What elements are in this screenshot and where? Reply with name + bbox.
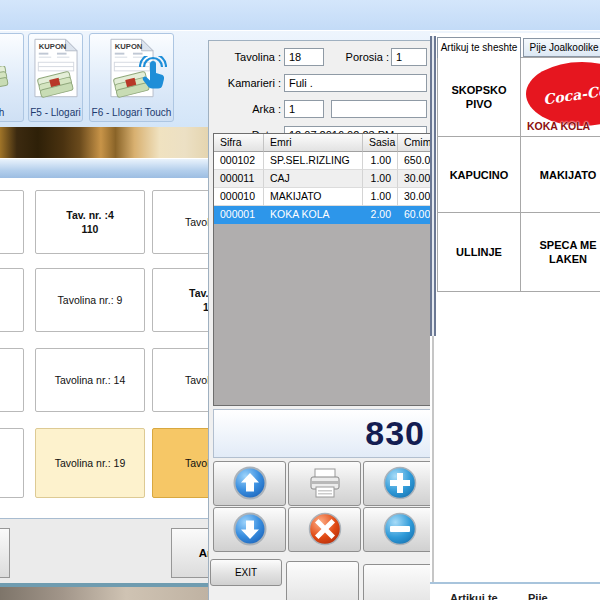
- column-header[interactable]: Cmimi: [398, 134, 432, 152]
- banner-blue-bar: [0, 158, 210, 178]
- bottom-texture: [0, 587, 210, 600]
- svg-text:KUPON: KUPON: [38, 42, 66, 51]
- money-stack-icon: [0, 66, 13, 96]
- cell-sifra: 000011: [214, 170, 264, 188]
- cell-cmimi: 30.00: [398, 188, 432, 206]
- toolbar-button-f6-llogari-touch[interactable]: KUPON F6 - Llogar: [89, 33, 174, 122]
- move-down-button[interactable]: [213, 507, 286, 552]
- items-table: Sifra Emri Sasia Cmimi 000102 SP.SEL.RIZ…: [213, 133, 432, 406]
- pos-window: Touch KUPON F5 - Llogar: [0, 0, 600, 600]
- cancel-icon: [307, 511, 343, 549]
- product-button-ullinje[interactable]: ULLINJE: [437, 212, 521, 292]
- table-button-label: Tavolina nr.: 19: [55, 456, 126, 470]
- tavolina-field[interactable]: 18: [284, 48, 324, 66]
- porosia-field[interactable]: 1: [391, 48, 427, 66]
- cell-emri: KOKA KOLA: [264, 206, 363, 224]
- cell-emri: CAJ: [264, 170, 363, 188]
- table-row[interactable]: 000011 CAJ 1.00 30.00: [214, 170, 432, 188]
- table-button-label: Tavolina nr.: 9: [58, 293, 123, 307]
- cell-sifra: 000010: [214, 188, 264, 206]
- banner-image: [0, 127, 210, 158]
- table-row[interactable]: 000010 MAKIJATO 1.00 30.00: [214, 188, 432, 206]
- product-button-speca-me-laken[interactable]: SPECA ME LAKEN: [520, 212, 600, 292]
- move-up-button[interactable]: [213, 461, 286, 506]
- svg-text:KUPON: KUPON: [114, 42, 142, 51]
- product-label: SPECA ME LAKEN: [523, 238, 600, 266]
- panel-splitter-lower: [432, 336, 434, 583]
- table-button-partial[interactable]: [0, 268, 24, 332]
- left-bottom-button-partial[interactable]: [0, 528, 10, 578]
- table-button-label: Tav.: [189, 286, 208, 300]
- table-button-partial[interactable]: [0, 190, 24, 254]
- arka-label: Arka :: [216, 103, 281, 115]
- touch-hand-icon: [139, 56, 167, 92]
- product-label: KOKA KOLA: [527, 119, 600, 133]
- cell-sasia: 2.00: [363, 206, 398, 224]
- toolbar-button-label: F6 - Llogari Touch: [90, 107, 173, 118]
- product-label: KAPUCINO: [450, 168, 509, 182]
- minus-icon: [382, 511, 418, 549]
- arka-field[interactable]: 1: [284, 100, 324, 118]
- cell-cmimi: 650.00: [398, 152, 432, 170]
- ribbon-top-band: [0, 0, 600, 30]
- total-display: 830: [213, 409, 432, 458]
- table-button-label: Tavol: [185, 215, 210, 229]
- table-row-selected[interactable]: 000001 KOKA KOLA 2.00 60.00: [214, 206, 432, 224]
- cell-sasia: 1.00: [363, 152, 398, 170]
- toolbar-button-label: Touch: [0, 107, 23, 118]
- table-button-label: Tavolina nr.: 14: [55, 373, 126, 387]
- table-button-tav-14[interactable]: Tavolina nr.: 14: [35, 348, 145, 412]
- exit-button-label: EXIT: [235, 567, 257, 578]
- bottom-partial-label: Artikuj te: [450, 592, 498, 600]
- tavolina-label: Tavolina :: [216, 51, 281, 63]
- add-item-button[interactable]: [363, 461, 432, 506]
- table-row[interactable]: 000102 SP.SEL.RIZLING 1.00 650.00: [214, 152, 432, 170]
- bottom-separator-line: [430, 582, 600, 584]
- toolbar-button-f5-llogari[interactable]: KUPON F5 - Llogari: [28, 33, 83, 122]
- remove-quantity-button[interactable]: [363, 507, 432, 552]
- tab-artikuj-te-sheshte[interactable]: Artikuj te sheshte: [437, 37, 521, 58]
- storno-button[interactable]: F11 - Storno Incizo: [286, 561, 359, 600]
- plus-icon: [382, 465, 418, 503]
- order-panel: Tavolina : 18 Porosia : 1 Kamarieri : Fu…: [208, 40, 432, 600]
- table-button-tav-4[interactable]: Tav. nr. :4 110: [35, 190, 145, 254]
- delete-item-button[interactable]: [288, 507, 361, 552]
- incizo-button[interactable]: F9 - Incizo: [363, 564, 432, 600]
- table-button-tav-9[interactable]: Tavolina nr.: 9: [35, 268, 145, 332]
- column-header[interactable]: Emri: [264, 134, 363, 152]
- cell-sifra: 000001: [214, 206, 264, 224]
- cell-emri: SP.SEL.RIZLING: [264, 152, 363, 170]
- cell-cmimi: 60.00: [398, 206, 432, 224]
- cell-sifra: 000102: [214, 152, 264, 170]
- print-button[interactable]: [288, 461, 361, 506]
- cell-sasia: 1.00: [363, 170, 398, 188]
- cell-emri: MAKIJATO: [264, 188, 363, 206]
- table-button-tav-19[interactable]: Tavolina nr.: 19: [35, 428, 145, 498]
- coca-cola-logo: Coca-Cola: [526, 62, 600, 126]
- column-header[interactable]: Sifra: [214, 134, 264, 152]
- toolbar-button-touch-partial[interactable]: Touch: [0, 33, 24, 122]
- arka-field-2[interactable]: [331, 100, 427, 118]
- table-button-label: Tav. nr. :4: [66, 208, 113, 222]
- product-button-makijato[interactable]: MAKIJATO: [520, 136, 600, 213]
- up-arrow-icon: [232, 465, 268, 503]
- product-button-skopsko-pivo[interactable]: SKOPSKO PIVO: [437, 57, 521, 137]
- table-button-partial[interactable]: [0, 348, 24, 412]
- cell-cmimi: 30.00: [398, 170, 432, 188]
- products-panel: Artikuj te sheshte Pije Joalkoolike SKOP…: [430, 33, 600, 600]
- product-button-koka-kola[interactable]: Coca-Cola KOKA KOLA: [520, 57, 600, 137]
- product-button-kapucino[interactable]: KAPUCINO: [437, 136, 521, 213]
- column-header[interactable]: Sasia: [363, 134, 398, 152]
- printer-icon: [307, 465, 343, 503]
- down-arrow-icon: [232, 511, 268, 549]
- kupon-receipt-icon: KUPON: [34, 38, 78, 100]
- panel-splitter[interactable]: [430, 36, 436, 336]
- table-button-label: 1: [189, 300, 209, 314]
- tab-pije-joalkoolike[interactable]: Pije Joalkoolike: [523, 38, 600, 57]
- porosia-label: Porosia :: [334, 51, 389, 63]
- kamarieri-label: Kamarieri :: [216, 77, 281, 89]
- table-button-partial[interactable]: [0, 428, 24, 498]
- product-label: SKOPSKO PIVO: [440, 83, 518, 111]
- kamarieri-field[interactable]: Fuli .: [284, 74, 427, 92]
- exit-button[interactable]: EXIT: [210, 559, 282, 586]
